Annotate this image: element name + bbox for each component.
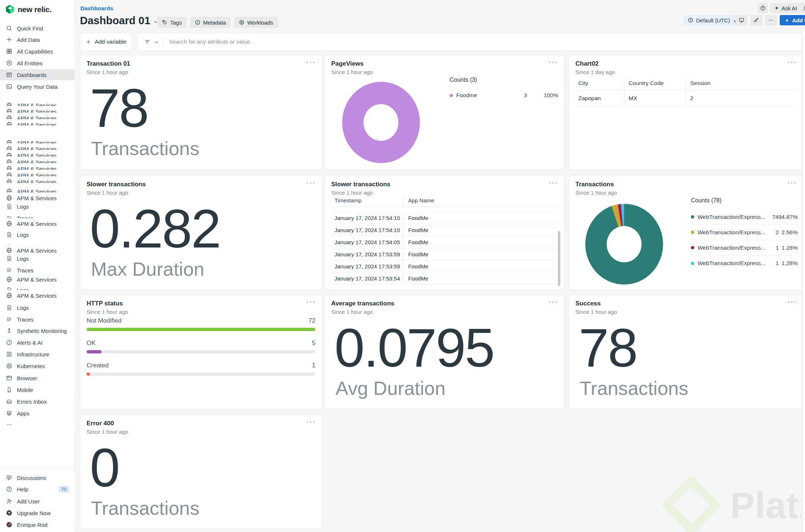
- header-chip[interactable]: Metadata: [190, 17, 231, 28]
- transactions-donut-chart[interactable]: [585, 204, 663, 285]
- add-widget-button[interactable]: ＋ Add widget: [780, 15, 805, 25]
- legend-row[interactable]: WebTransaction/Express... 2 2.56%: [691, 225, 798, 240]
- sidebar-item[interactable]: Add User: [0, 496, 74, 507]
- header-chip[interactable]: Workloads: [234, 17, 278, 28]
- sidebar-item[interactable]: Upgrade Now: [0, 507, 74, 518]
- sidebar-item[interactable]: Discussions: [0, 472, 74, 483]
- table-row[interactable]: January 17, 2024 17:54:10 FoodMe: [331, 212, 558, 224]
- widget-menu-button[interactable]: ···: [306, 178, 316, 187]
- sidebar-item[interactable]: Logs: [0, 201, 74, 212]
- sidebar-item[interactable]: Mobile: [0, 384, 74, 395]
- logo-text: new relic.: [18, 5, 52, 14]
- sidebar-item[interactable]: Kubernetes: [0, 360, 74, 371]
- table-row[interactable]: January 17, 2024 17:53:59 FoodMe: [331, 260, 558, 272]
- header-chip[interactable]: Tags: [157, 17, 187, 28]
- account-icon-button[interactable]: [800, 3, 805, 13]
- ask-ai-button[interactable]: ✦ Ask AI: [770, 3, 801, 13]
- sidebar-item[interactable]: Logs: [0, 253, 74, 264]
- new-relic-logo[interactable]: new relic.: [5, 4, 52, 15]
- sidebar-item[interactable]: Quick Find: [0, 23, 74, 34]
- status-bar-group[interactable]: OK 5: [87, 340, 315, 353]
- legend-value: 74: [765, 214, 778, 220]
- legend-row[interactable]: WebTransaction/Express... 1 1.28%: [691, 256, 798, 271]
- widget-menu-button[interactable]: ···: [306, 417, 316, 426]
- pageviews-donut-chart[interactable]: [342, 82, 420, 163]
- sidebar-item-label: Enrique Rod: [17, 522, 47, 528]
- sidebar-item[interactable]: All Capabilities: [0, 46, 74, 57]
- table-row[interactable]: January 17, 2024 17:54:05 FoodMe: [331, 236, 558, 248]
- status-value: 1: [312, 362, 315, 369]
- sidebar-item-label: Add Data: [17, 37, 40, 43]
- table-row[interactable]: Zapopan MX 2: [575, 91, 797, 106]
- search-placeholder: Search for any attribute or value.: [169, 38, 252, 45]
- legend-percent: 1.28%: [779, 260, 798, 267]
- column-header-app-name[interactable]: App Name: [403, 194, 558, 206]
- sidebar-item[interactable]: Help 70: [0, 484, 74, 495]
- tv-mode-button[interactable]: [736, 15, 747, 25]
- add-variable-button[interactable]: Add variable: [80, 33, 132, 51]
- sidebar-item[interactable]: Query Your Data: [0, 81, 74, 92]
- widget-menu-button[interactable]: ···: [306, 297, 316, 306]
- legend-row[interactable]: WebTransaction/Express... 74 94.87%: [691, 209, 798, 225]
- edit-button[interactable]: [750, 15, 762, 25]
- column-header-session[interactable]: Session: [686, 76, 797, 90]
- billboard-label: Avg Duration: [336, 377, 446, 399]
- breadcrumb[interactable]: Dashboards: [80, 5, 113, 12]
- sidebar-item[interactable]: Traces: [0, 314, 74, 325]
- status-bar-group[interactable]: Not Modified 72: [87, 317, 315, 331]
- table-scrollbar-thumb[interactable]: [558, 231, 560, 286]
- watermark-text: Platzi: [730, 484, 805, 527]
- legend-dot: [450, 94, 453, 97]
- sidebar-item-label: Discussions: [17, 475, 46, 481]
- sidebar-item-icon: [6, 498, 12, 505]
- status-bar-group[interactable]: Created 1: [87, 362, 315, 376]
- table-header-row: Timestamp App Name: [331, 194, 558, 207]
- table-row[interactable]: January 17, 2024 17:53:54 FoodMe: [331, 272, 558, 285]
- sidebar-item[interactable]: Enrique Rod: [0, 519, 74, 530]
- sidebar-item[interactable]: APM & Services: [0, 290, 74, 301]
- sidebar-item-label: Logs: [17, 203, 29, 210]
- sidebar-item[interactable]: [0, 419, 74, 430]
- column-header-timestamp[interactable]: Timestamp: [331, 194, 403, 206]
- widget-menu-button[interactable]: ···: [787, 297, 797, 306]
- page-title-text[interactable]: Dashboard 01: [80, 15, 150, 27]
- widget-menu-button[interactable]: ···: [549, 178, 558, 187]
- sidebar-item[interactable]: Infrastructure: [0, 349, 74, 360]
- sidebar-item[interactable]: APM & Services: [0, 218, 74, 229]
- legend-row[interactable]: WebTransaction/Express... 1 1.28%: [691, 240, 798, 256]
- sidebar-item[interactable]: Dashboards: [0, 69, 74, 80]
- sidebar-item[interactable]: Errors Inbox: [0, 396, 74, 407]
- widget-menu-button[interactable]: ···: [549, 297, 558, 306]
- sidebar-item[interactable]: Synthetic Monitoring: [0, 325, 74, 336]
- widget-subtitle: Since 1 day ago: [575, 69, 615, 75]
- table-row[interactable]: January 17, 2024 17:53:59 FoodMe: [331, 248, 558, 260]
- column-header-country-code[interactable]: Country Code: [624, 76, 686, 90]
- widget-menu-button[interactable]: ···: [549, 58, 558, 66]
- page-scrollbar[interactable]: [802, 29, 805, 532]
- table-row[interactable]: January 17, 2024 17:54:10 FoodMe: [331, 224, 558, 236]
- search-bar[interactable]: Search for any attribute or value.: [137, 33, 802, 51]
- sidebar-item[interactable]: Apps: [0, 408, 74, 419]
- cell-timestamp: January 17, 2024 17:54:10: [331, 212, 403, 224]
- sidebar-item-icon: [6, 327, 12, 334]
- help-count-badge: 70: [58, 486, 69, 493]
- sidebar-item[interactable]: All Entities: [0, 58, 74, 69]
- sidebar-item[interactable]: Add Data: [0, 34, 74, 45]
- sidebar-item[interactable]: APM & Services: [0, 274, 74, 285]
- sidebar-item[interactable]: Logs: [0, 302, 74, 313]
- widget-menu-button[interactable]: ···: [787, 178, 797, 187]
- sidebar-item-label: APM & Services: [17, 247, 56, 254]
- sidebar-item[interactable]: Browser: [0, 373, 74, 384]
- sidebar-item[interactable]: Alerts & AI: [0, 337, 74, 348]
- sidebar-item-label: Add User: [17, 498, 40, 505]
- bar-track: [87, 328, 315, 331]
- timezone-picker[interactable]: Default (UTC): [684, 15, 741, 25]
- legend-row[interactable]: Foodme 3 100%: [450, 89, 558, 102]
- widget-menu-button[interactable]: ···: [306, 58, 316, 66]
- column-header-city[interactable]: City: [575, 76, 624, 90]
- sidebar-item[interactable]: Logs: [0, 229, 74, 240]
- widget-menu-button[interactable]: ···: [787, 58, 797, 66]
- more-options-button[interactable]: [765, 15, 777, 25]
- sidebar-item-icon: [6, 292, 12, 299]
- help-button[interactable]: [758, 3, 768, 13]
